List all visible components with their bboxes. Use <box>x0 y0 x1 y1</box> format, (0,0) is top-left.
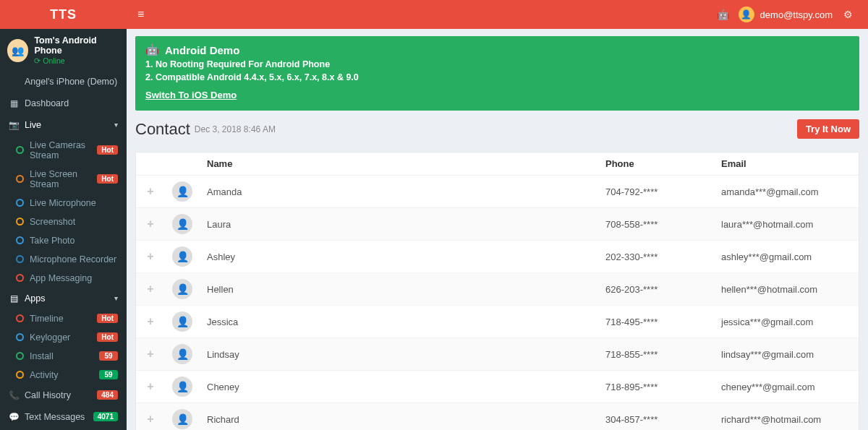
contact-avatar: 👤 <box>172 311 192 332</box>
expand-icon[interactable]: + <box>147 348 153 360</box>
expand-icon[interactable]: + <box>147 283 153 295</box>
try-it-now-button[interactable]: Try It Now <box>797 119 859 139</box>
contact-email: amanda***@gmail.com <box>714 181 859 203</box>
dashboard-icon: ▦ <box>9 98 19 108</box>
user-email: demo@ttspy.com <box>760 9 833 20</box>
sidebar-item[interactable]: 📞Call Hisotry484 <box>0 384 127 406</box>
contact-email: jessica***@gmail.com <box>714 311 859 333</box>
sidebar-item-live[interactable]: Live Microphone <box>0 194 127 212</box>
contact-email: ashley***@gmail.com <box>714 246 859 268</box>
ring-icon <box>16 352 24 360</box>
chevron-down-icon: ▾ <box>114 294 118 302</box>
android-icon[interactable]: 🤖 <box>714 9 733 20</box>
banner-title: 🤖 Android Demo <box>145 43 849 56</box>
contact-email: hellen***@hotmail.com <box>714 278 859 301</box>
expand-icon[interactable]: + <box>147 185 153 197</box>
contact-name: Jessica <box>200 311 598 333</box>
contact-phone: 202-330-**** <box>598 246 714 268</box>
contact-phone: 304-857-**** <box>598 408 714 431</box>
demo-banner: 🤖 Android Demo 1. No Rooting Required Fo… <box>135 36 859 111</box>
col-phone[interactable]: Phone <box>598 152 714 175</box>
expand-icon[interactable]: + <box>147 250 153 262</box>
banner-line2: 2. Compatible Android 4.4.x, 5.x, 6.x, 7… <box>145 72 849 82</box>
contact-name: Ashley <box>200 246 598 268</box>
table-row: + 👤 Cheney 718-895-**** cheney***@gmail.… <box>136 371 859 403</box>
nav-apps[interactable]: ▤ Apps ▾ <box>0 288 127 309</box>
nav-live[interactable]: 📷 Live ▾ <box>0 114 127 136</box>
col-name[interactable]: Name <box>200 152 598 175</box>
ring-icon <box>16 175 24 183</box>
contact-email: richard***@hotmail.com <box>714 408 859 431</box>
table-row: + 👤 Amanda 704-792-**** amanda***@gmail.… <box>136 176 859 208</box>
ring-icon <box>16 314 24 322</box>
settings-icon[interactable]: ⚙ <box>838 9 857 20</box>
contact-phone: 718-895-**** <box>598 376 714 398</box>
contact-avatar: 👤 <box>172 377 192 397</box>
brand-logo[interactable]: TTS <box>0 0 127 29</box>
page-subtitle: Dec 3, 2018 8:46 AM <box>195 124 276 134</box>
banner-line1: 1. No Rooting Required For Android Phone <box>145 59 849 69</box>
expand-icon[interactable]: + <box>147 380 153 392</box>
ring-icon <box>16 218 24 225</box>
contact-avatar: 👤 <box>172 344 192 364</box>
ring-icon <box>16 274 24 282</box>
sidebar-item[interactable]: 📍Location History145 <box>0 428 127 431</box>
col-email[interactable]: Email <box>714 152 859 175</box>
contact-avatar: 👤 <box>172 214 192 234</box>
camera-icon: 📷 <box>9 120 19 130</box>
contact-name: Hellen <box>200 278 598 301</box>
badge: 59 <box>99 351 118 361</box>
expand-icon[interactable]: + <box>147 315 153 327</box>
sidebar-item-live[interactable]: Live Screen StreamHot <box>0 165 127 194</box>
badge: Hot <box>97 145 118 155</box>
contact-name: Cheney <box>200 376 598 398</box>
sidebar-item-app[interactable]: TimelineHot <box>0 309 127 328</box>
ring-icon <box>16 236 24 244</box>
table-row: + 👤 Lindsay 718-855-**** lindsay***@gmai… <box>136 338 859 371</box>
device-status: ⟳ Online <box>34 56 119 65</box>
contact-avatar: 👤 <box>172 246 192 267</box>
sidebar-item-live[interactable]: Microphone Recorder <box>0 250 127 269</box>
badge: Hot <box>97 314 118 323</box>
ring-icon <box>16 146 24 154</box>
expand-icon[interactable]: + <box>147 218 153 230</box>
badge: 59 <box>99 370 118 379</box>
device-selector[interactable]: 👥 Tom's Android Phone ⟳ Online <box>0 29 127 71</box>
badge: 484 <box>97 390 118 400</box>
expand-icon[interactable]: + <box>147 413 153 425</box>
contact-email: laura***@hotmail.com <box>714 213 859 236</box>
chevron-down-icon: ▾ <box>114 121 118 129</box>
device-avatar-icon: 👥 <box>7 39 28 62</box>
sidebar-item-live[interactable]: Live Cameras StreamHot <box>0 136 127 165</box>
contact-avatar: 👤 <box>172 279 192 299</box>
ring-icon <box>16 255 24 263</box>
sidebar-item-app[interactable]: Install59 <box>0 347 127 366</box>
nav-icon: 📞 <box>9 390 19 400</box>
contact-phone: 718-855-**** <box>598 343 714 366</box>
sidebar-item-live[interactable]: Take Photo <box>0 231 127 250</box>
table-row: + 👤 Jessica 718-495-**** jessica***@gmai… <box>136 306 859 338</box>
ring-icon <box>16 333 24 341</box>
sidebar-item[interactable]: 💬Text Messages4071 <box>0 406 127 428</box>
nav-dashboard[interactable]: ▦ Dashboard <box>0 93 127 114</box>
table-row: + 👤 Laura 708-558-**** laura***@hotmail.… <box>136 208 859 241</box>
contact-phone: 708-558-**** <box>598 213 714 236</box>
sidebar-item-app[interactable]: KeyloggerHot <box>0 328 127 347</box>
apps-icon: ▤ <box>9 293 19 304</box>
contact-email: lindsay***@gmail.com <box>714 343 859 366</box>
switch-demo-link[interactable]: Switch To iOS Demo <box>145 90 237 100</box>
hamburger-icon[interactable]: ≡ <box>137 8 144 21</box>
contact-name: Laura <box>200 213 598 236</box>
badge: Hot <box>97 174 118 184</box>
contact-email: cheney***@gmail.com <box>714 376 859 398</box>
device-name: Tom's Android Phone <box>34 36 119 56</box>
sidebar-item-live[interactable]: App Messaging <box>0 269 127 288</box>
android-icon: 🤖 <box>145 43 159 56</box>
sidebar-item-app[interactable]: Activity59 <box>0 366 127 384</box>
table-row: + 👤 Ashley 202-330-**** ashley***@gmail.… <box>136 241 859 273</box>
device2[interactable]: Angel's iPhone (Demo) <box>0 71 127 93</box>
user-menu[interactable]: 👤 demo@ttspy.com <box>739 7 833 22</box>
sidebar-item-live[interactable]: Screenshot <box>0 212 127 231</box>
contact-phone: 704-792-**** <box>598 181 714 203</box>
ring-icon <box>16 371 24 379</box>
